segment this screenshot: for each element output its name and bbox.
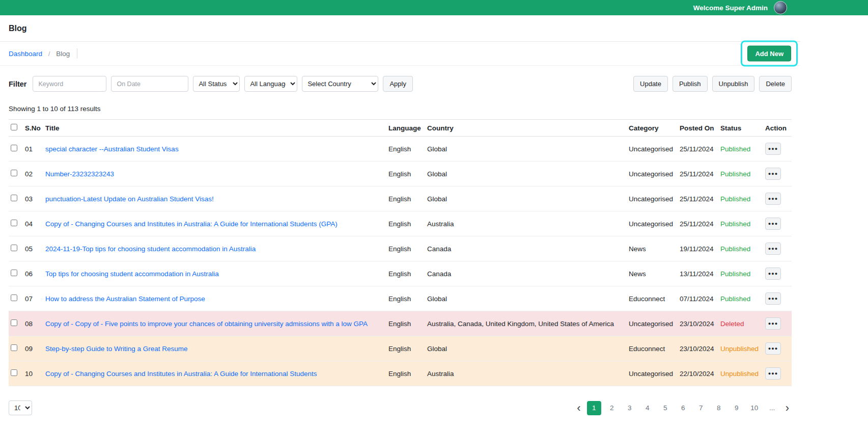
page-item-4[interactable]: 4 [640, 401, 655, 415]
status-badge: Published [720, 220, 750, 228]
language-select[interactable]: All Language [244, 76, 297, 92]
delete-button[interactable]: Delete [759, 76, 792, 92]
post-title-link[interactable]: 2024-11-19-Top tips for choosing student… [45, 245, 256, 253]
page-item-2[interactable]: 2 [605, 401, 619, 415]
row-country: Global [425, 137, 627, 162]
row-checkbox[interactable] [11, 220, 17, 226]
user-avatar[interactable] [774, 1, 787, 14]
row-posted-on: 23/10/2024 [678, 336, 718, 361]
post-title-link[interactable]: Number-23232323243 [45, 170, 114, 178]
page-item-5[interactable]: 5 [658, 401, 673, 415]
status-select[interactable]: All Status [193, 76, 240, 92]
status-badge: Unpublished [720, 345, 759, 353]
row-sno: 01 [23, 137, 43, 162]
row-sno: 05 [23, 236, 43, 261]
page-item-7[interactable]: 7 [694, 401, 708, 415]
next-page-icon[interactable]: › [783, 403, 792, 414]
row-category: Educonnect [627, 286, 678, 311]
row-sno: 08 [23, 311, 43, 336]
date-input[interactable] [111, 76, 188, 92]
update-button[interactable]: Update [633, 76, 668, 92]
add-new-button[interactable]: Add New [747, 46, 791, 62]
status-badge: Unpublished [720, 370, 759, 378]
row-language: English [386, 261, 425, 286]
row-checkbox[interactable] [11, 195, 17, 201]
row-posted-on: 23/10/2024 [678, 311, 718, 336]
table-row: 04Copy of - Changing Courses and Institu… [9, 211, 792, 236]
breadcrumb-current: Blog [56, 50, 70, 58]
post-title-link[interactable]: Copy of - Changing Courses and Institute… [45, 370, 317, 378]
welcome-text: Welcome Super Admin [693, 4, 768, 12]
breadcrumb-dashboard[interactable]: Dashboard [9, 50, 42, 58]
row-language: English [386, 162, 425, 186]
row-checkbox[interactable] [11, 319, 17, 326]
post-title-link[interactable]: Step-by-step Guide to Writing a Great Re… [45, 345, 188, 353]
status-badge: Published [720, 245, 750, 253]
row-country: Global [425, 286, 627, 311]
page-item-10[interactable]: 10 [747, 401, 762, 415]
annotation-highlight-box: Add New [741, 41, 798, 67]
row-actions-button[interactable]: ●●● [765, 317, 781, 330]
row-actions-button[interactable]: ●●● [765, 143, 781, 155]
country-select[interactable]: Select Country [302, 76, 378, 92]
breadcrumb-separator: / [48, 50, 50, 58]
row-posted-on: 25/11/2024 [678, 211, 718, 236]
page-item-6[interactable]: 6 [676, 401, 690, 415]
page-ellipsis[interactable]: ... [765, 401, 779, 415]
row-checkbox[interactable] [11, 369, 17, 376]
filter-label: Filter [9, 80, 26, 88]
row-category: Uncategorised [627, 137, 678, 162]
unpublish-button[interactable]: Unpublish [712, 76, 755, 92]
post-title-link[interactable]: Copy of - Copy of - Five points to impro… [45, 320, 368, 328]
row-category: Educonnect [627, 336, 678, 361]
row-actions-button[interactable]: ●●● [765, 168, 781, 180]
post-title-link[interactable]: special character --Australian Student V… [45, 145, 179, 153]
row-actions-button[interactable]: ●●● [765, 367, 781, 380]
page-header: Blog [0, 15, 800, 42]
col-status: Status [718, 120, 763, 137]
row-posted-on: 22/10/2024 [678, 361, 718, 386]
row-posted-on: 25/11/2024 [678, 137, 718, 162]
row-actions-button[interactable]: ●●● [765, 243, 781, 255]
table-row: 03punctuation-Latest Update on Australia… [9, 186, 792, 211]
publish-button[interactable]: Publish [673, 76, 708, 92]
page-item-8[interactable]: 8 [712, 401, 726, 415]
row-actions-button[interactable]: ●●● [765, 218, 781, 230]
page-item-9[interactable]: 9 [730, 401, 744, 415]
row-checkbox[interactable] [11, 170, 17, 176]
row-category: Uncategorised [627, 186, 678, 211]
post-title-link[interactable]: How to address the Australian Statement … [45, 295, 205, 303]
status-badge: Published [720, 195, 750, 203]
row-posted-on: 19/11/2024 [678, 236, 718, 261]
row-actions-button[interactable]: ●●● [765, 268, 781, 280]
post-title-link[interactable]: Copy of - Changing Courses and Institute… [45, 220, 338, 228]
page-item-3[interactable]: 3 [623, 401, 637, 415]
row-country: Global [425, 162, 627, 186]
pagination: ‹12345678910...› [574, 401, 792, 415]
col-language: Language [386, 120, 425, 137]
table-row: 01special character --Australian Student… [9, 137, 792, 162]
row-sno: 02 [23, 162, 43, 186]
row-checkbox[interactable] [11, 245, 17, 251]
row-actions-button[interactable]: ●●● [765, 193, 781, 205]
breadcrumb: Dashboard / Blog [9, 50, 70, 58]
keyword-input[interactable] [33, 76, 106, 92]
row-sno: 10 [23, 361, 43, 386]
page-size-select[interactable]: 10 [9, 400, 32, 415]
select-all-checkbox[interactable] [11, 124, 17, 130]
row-actions-button[interactable]: ●●● [765, 292, 781, 305]
row-checkbox[interactable] [11, 344, 17, 351]
prev-page-icon[interactable]: ‹ [574, 403, 583, 414]
row-sno: 04 [23, 211, 43, 236]
apply-button[interactable]: Apply [383, 76, 413, 92]
row-checkbox[interactable] [11, 295, 17, 301]
row-actions-button[interactable]: ●●● [765, 342, 781, 355]
row-country: Canada [425, 261, 627, 286]
col-sno: S.No [23, 120, 43, 137]
row-checkbox[interactable] [11, 145, 17, 151]
post-title-link[interactable]: Top tips for choosing student accommodat… [45, 270, 219, 278]
row-sno: 06 [23, 261, 43, 286]
row-checkbox[interactable] [11, 270, 17, 276]
post-title-link[interactable]: punctuation-Latest Update on Australian … [45, 195, 214, 203]
page-item-1[interactable]: 1 [587, 401, 601, 415]
